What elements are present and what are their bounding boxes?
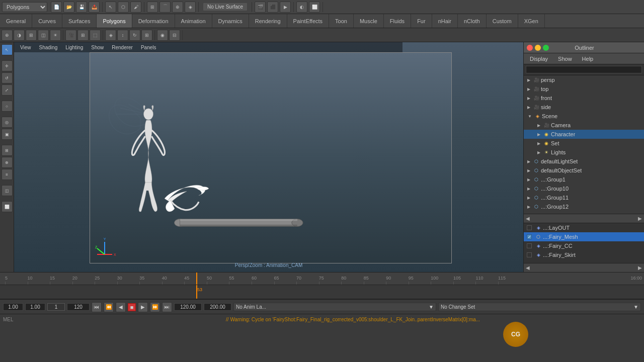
scale-btn[interactable]: ⤢ xyxy=(2,84,13,96)
outliner-show-menu[interactable]: Show xyxy=(554,55,576,63)
outliner-scroll-right-btn[interactable]: ▶ xyxy=(638,216,642,221)
move-btn[interactable]: ✛ xyxy=(2,60,13,71)
tab-muscle[interactable]: Muscle xyxy=(354,14,384,28)
ipr-btn[interactable]: ▶ xyxy=(280,2,291,13)
go-start-btn[interactable]: ⏮ xyxy=(92,302,102,312)
outliner-min-btn[interactable] xyxy=(535,45,541,51)
selected-item-fairymesh[interactable]: ✓ ⬡ ...:Fairy_Mesh xyxy=(524,232,644,241)
tab-general[interactable]: General xyxy=(0,14,32,28)
lasso-select-btn[interactable]: ○ xyxy=(2,101,13,112)
grid-btn[interactable]: ⊞ xyxy=(77,30,89,41)
renderer-menu[interactable]: Renderer xyxy=(108,44,137,51)
anim-layer-dropdown[interactable]: No Anim La... ▼ xyxy=(233,303,436,311)
rotate-btn[interactable]: ↺ xyxy=(2,72,13,83)
save-file-btn[interactable]: 💾 xyxy=(76,2,87,13)
tab-custom[interactable]: Custom xyxy=(487,14,518,28)
show-menu[interactable]: Show xyxy=(87,44,108,51)
snap-curve-btn[interactable]: ⌒ xyxy=(159,2,171,13)
tab-dynamics[interactable]: Dynamics xyxy=(212,14,249,28)
render-region-btn[interactable]: ◫ xyxy=(2,185,13,196)
uv-editor-btn[interactable]: ⬜ xyxy=(309,2,320,13)
tree-item-group10[interactable]: ▶ ⬡ ...:Group10 xyxy=(524,184,644,193)
snap-live-btn[interactable]: ◈ xyxy=(105,30,116,41)
view-mode-btn[interactable]: ⊕ xyxy=(2,30,13,41)
hud-btn[interactable]: ⬚ xyxy=(90,30,101,41)
timeline-ruler[interactable]: // Will generate ticks via JS below 5101… xyxy=(0,273,644,285)
mel-input[interactable] xyxy=(19,317,226,322)
tree-item-defaultlightset[interactable]: ▶ ⬡ defaultLightSet xyxy=(524,157,644,166)
wireframe-btn[interactable]: ⊞ xyxy=(26,30,37,41)
selected-item-fairyskirt[interactable]: ◈ ...:Fairy_Skirt xyxy=(524,250,644,259)
render2-btn[interactable]: ⬛ xyxy=(267,2,278,13)
change-set-dropdown[interactable]: No Change Set ▼ xyxy=(438,303,641,311)
select-mode-btn[interactable]: ↖ xyxy=(2,44,13,55)
step-forward-btn[interactable]: ▶ xyxy=(138,302,148,312)
stop-btn[interactable]: ■ xyxy=(128,303,136,311)
go-end-btn[interactable]: ⏭ xyxy=(162,302,172,312)
outliner-max-btn[interactable] xyxy=(543,45,549,51)
tab-fluids[interactable]: Fluids xyxy=(384,14,411,28)
panels-menu[interactable]: Panels xyxy=(137,44,160,51)
tab-surfaces[interactable]: Surfaces xyxy=(62,14,97,28)
export-btn[interactable]: 📤 xyxy=(89,2,100,13)
tree-item-group12[interactable]: ▶ ⬡ ...:Group12 xyxy=(524,202,644,211)
snap-grid-btn[interactable]: ⊞ xyxy=(147,2,158,13)
lasso-btn[interactable]: ⬡ xyxy=(118,2,129,13)
playhead[interactable] xyxy=(196,273,197,285)
tool5-btn[interactable]: ◎ xyxy=(2,117,13,128)
outliner-scroll-left-btn[interactable]: ◀ xyxy=(526,216,530,221)
tab-xgen[interactable]: XGen xyxy=(518,14,545,28)
outliner-bottom-scroll-right-btn[interactable]: ▶ xyxy=(638,265,642,270)
outliner-help-menu[interactable]: Help xyxy=(578,55,598,63)
tab-ncloth[interactable]: nCloth xyxy=(458,14,487,28)
tab-rendering[interactable]: Rendering xyxy=(249,14,287,28)
tab-toon[interactable]: Toon xyxy=(329,14,354,28)
move-tool-btn[interactable]: ↕ xyxy=(117,30,128,41)
scale-tool-btn[interactable]: ⊞ xyxy=(141,30,152,41)
outliner-search-input[interactable] xyxy=(526,66,642,73)
tree-item-scene[interactable]: ▼ ◈ Scene xyxy=(524,112,644,121)
layer-btn[interactable]: ≡ xyxy=(2,169,13,180)
tab-polygons[interactable]: Polygons xyxy=(97,14,132,28)
outliner-bottom-scroll-left-btn[interactable]: ◀ xyxy=(526,265,530,270)
tree-item-camera[interactable]: ▶ 🎥 Camera xyxy=(524,121,644,130)
tree-item-persp[interactable]: ▶ 🎥 persp xyxy=(524,75,644,84)
snap-point-left-btn[interactable]: ⊕ xyxy=(2,157,13,168)
tree-item-front[interactable]: ▶ 🎥 front xyxy=(524,94,644,103)
paint-select-btn[interactable]: 🖌 xyxy=(130,2,141,13)
light-btn[interactable]: ☀ xyxy=(50,30,61,41)
step-back-btn[interactable]: ◀ xyxy=(116,302,126,312)
lighting-menu[interactable]: Lighting xyxy=(61,44,87,51)
render-btn[interactable]: 🎬 xyxy=(255,2,266,13)
soft-select-btn[interactable]: ◉ xyxy=(157,30,168,41)
outliner-display-menu[interactable]: Display xyxy=(526,55,552,63)
texture-btn[interactable]: ◫ xyxy=(38,30,49,41)
hypershade-btn[interactable]: ◐ xyxy=(296,2,307,13)
next-key-btn[interactable]: ⏩ xyxy=(150,302,160,312)
shading-btn[interactable]: ◑ xyxy=(14,30,25,41)
checkbox-fairycc[interactable] xyxy=(526,242,533,249)
rotate-tool-btn[interactable]: ↻ xyxy=(129,30,140,41)
checkbox-layout[interactable] xyxy=(526,224,533,231)
open-file-btn[interactable]: 📂 xyxy=(63,2,74,13)
snap-point-btn[interactable]: ⊕ xyxy=(172,2,183,13)
tab-fur[interactable]: Fur xyxy=(411,14,432,28)
shading-menu[interactable]: Shading xyxy=(35,44,62,51)
select-tool-btn[interactable]: ↖ xyxy=(105,2,116,13)
tree-item-lights[interactable]: ▶ ☀ Lights xyxy=(524,148,644,157)
checkbox-fairymesh[interactable]: ✓ xyxy=(526,233,533,240)
tab-nhair[interactable]: nHair xyxy=(432,14,458,28)
selected-item-layout[interactable]: ◈ ...:LayOUT xyxy=(524,223,644,232)
viewport[interactable]: View Shading Lighting Show Renderer Pane… xyxy=(14,42,523,272)
view-menu[interactable]: View xyxy=(16,44,35,51)
symmetry-btn[interactable]: ⊟ xyxy=(169,30,180,41)
cam-settings-btn[interactable]: 🎥 xyxy=(65,30,76,41)
tab-painteffects[interactable]: PaintEffects xyxy=(287,14,330,28)
range-end2-input[interactable] xyxy=(174,303,202,311)
tree-item-defaultobjectset[interactable]: ▶ ⬡ defaultObjectSet xyxy=(524,166,644,175)
tree-item-set[interactable]: ▶ ◉ Set xyxy=(524,139,644,148)
snap-surface-btn[interactable]: ◈ xyxy=(185,2,196,13)
new-file-btn[interactable]: 📄 xyxy=(51,2,62,13)
tree-item-group1[interactable]: ▶ ⬡ ...:Group1 xyxy=(524,175,644,184)
tree-item-side[interactable]: ▶ 🎥 side xyxy=(524,103,644,112)
